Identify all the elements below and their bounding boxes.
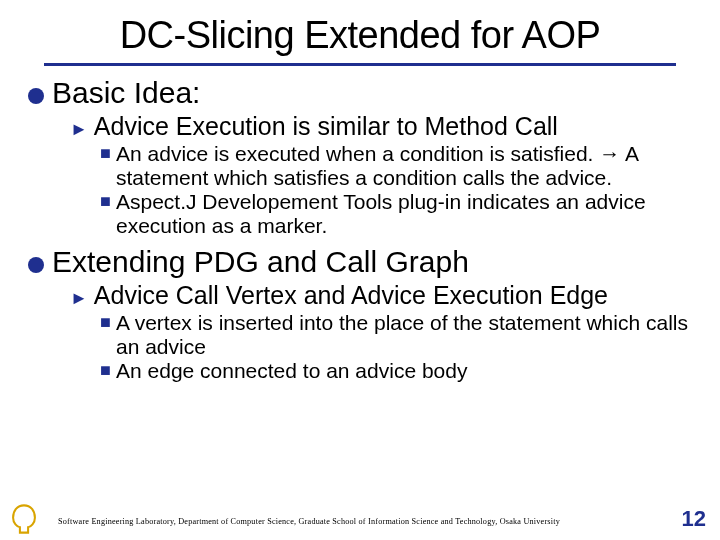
page-number: 12 [682,506,706,532]
bullet-level3: ■ Aspect.J Developement Tools plug-in in… [100,190,700,238]
level1-text: Extending PDG and Call Graph [52,245,469,279]
level2-text: Advice Execution is similar to Method Ca… [94,112,558,141]
slide: DC-Slicing Extended for AOP Basic Idea: … [0,0,720,540]
level3-text: A vertex is inserted into the place of t… [116,311,696,359]
square-bullet-icon: ■ [100,143,114,164]
square-bullet-icon: ■ [100,360,114,381]
bullet-level3: ■ An advice is executed when a condition… [100,142,700,190]
bullet-level3: ■ An edge connected to an advice body [100,359,700,383]
bullet-level1: Basic Idea: [28,76,700,110]
logo-icon [10,504,38,534]
disc-bullet-icon [28,88,44,104]
level3-text: Aspect.J Developement Tools plug-in indi… [116,190,696,238]
bullet-level2: ► Advice Call Vertex and Advice Executio… [70,281,700,311]
level2-text: Advice Call Vertex and Advice Execution … [94,281,608,310]
level1-text: Basic Idea: [52,76,200,110]
bullet-level1: Extending PDG and Call Graph [28,245,700,279]
footer-text: Software Engineering Laboratory, Departm… [58,517,560,526]
bullet-level3: ■ A vertex is inserted into the place of… [100,311,700,359]
triangle-bullet-icon: ► [70,116,88,142]
slide-title: DC-Slicing Extended for AOP [0,0,720,57]
bullet-level2: ► Advice Execution is similar to Method … [70,112,700,142]
square-bullet-icon: ■ [100,312,114,333]
level3-text: An edge connected to an advice body [116,359,467,383]
disc-bullet-icon [28,257,44,273]
content: Basic Idea: ► Advice Execution is simila… [0,66,720,383]
triangle-bullet-icon: ► [70,285,88,311]
level3-text: An advice is executed when a condition i… [116,142,696,190]
square-bullet-icon: ■ [100,191,114,212]
